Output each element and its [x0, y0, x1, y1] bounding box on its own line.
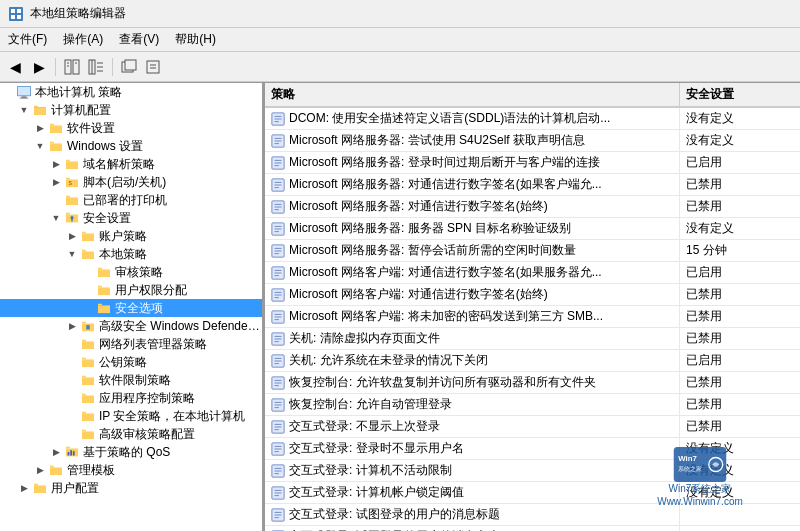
policy-cell: 交互式登录: 试图登录的用户的消息文本	[265, 526, 680, 531]
menu-view[interactable]: 查看(V)	[111, 29, 167, 50]
policy-label: 关机: 允许系统在未登录的情况下关闭	[289, 352, 488, 369]
tree-node-security-settings[interactable]: ▼ 安全设置	[0, 209, 262, 227]
tree-node-app-control[interactable]: ▶ 应用程序控制策略	[0, 389, 262, 407]
tree-label-windows-settings: Windows 设置	[67, 138, 143, 155]
policy-label: Microsoft 网络服务器: 登录时间过期后断开与客户端的连接	[289, 154, 600, 171]
table-row[interactable]: 交互式登录: 不显示上次登录已禁用	[265, 416, 800, 438]
new-window-button[interactable]	[118, 56, 140, 78]
table-row[interactable]: Microsoft 网络服务器: 对通信进行数字签名(如果客户端允...已禁用	[265, 174, 800, 196]
folder-icon-network-list	[80, 336, 96, 352]
tree-node-audit-policy[interactable]: ▶ 审核策略	[0, 263, 262, 281]
back-button[interactable]: ◀	[4, 56, 26, 78]
tree-node-printers[interactable]: ▶ 已部署的打印机	[0, 191, 262, 209]
table-row[interactable]: Microsoft 网络服务器: 登录时间过期后断开与客户端的连接已启用	[265, 152, 800, 174]
expander-advanced-firewall[interactable]: ▶	[64, 318, 80, 334]
tree-node-local-policy[interactable]: ▼ 本地策略	[0, 245, 262, 263]
policy-cell: 交互式登录: 计算机不活动限制	[265, 460, 680, 481]
tree-label-software-settings: 软件设置	[67, 120, 115, 137]
table-row[interactable]: Microsoft 网络客户端: 将未加密的密码发送到第三方 SMB...已禁用	[265, 306, 800, 328]
table-row[interactable]: 关机: 允许系统在未登录的情况下关闭已启用	[265, 350, 800, 372]
expander-user-config[interactable]: ▶	[16, 480, 32, 496]
table-row[interactable]: 交互式登录: 试图登录的用户的消息标题	[265, 504, 800, 526]
forward-button[interactable]: ▶	[28, 56, 50, 78]
folder-icon-user-rights	[96, 282, 112, 298]
properties-button[interactable]	[142, 56, 164, 78]
tree-node-admin-templates[interactable]: ▶ 管理模板	[0, 461, 262, 479]
policy-icon	[271, 134, 285, 148]
policy-label: Microsoft 网络服务器: 服务器 SPN 目标名称验证级别	[289, 220, 571, 237]
menu-help[interactable]: 帮助(H)	[167, 29, 224, 50]
policy-icon	[271, 112, 285, 126]
tree-node-computer-config[interactable]: ▼ 计算机配置	[0, 101, 262, 119]
table-row[interactable]: Microsoft 网络服务器: 暂停会话前所需的空闲时间数量15 分钟	[265, 240, 800, 262]
tree-label-scripts: 脚本(启动/关机)	[83, 174, 166, 191]
setting-cell: 已禁用	[680, 196, 800, 217]
policy-cell: 关机: 清除虚拟内存页面文件	[265, 328, 680, 349]
policy-icon	[271, 244, 285, 258]
menu-action[interactable]: 操作(A)	[55, 29, 111, 50]
tree-node-ip-security[interactable]: ▶ IP 安全策略，在本地计算机	[0, 407, 262, 425]
tree-label-account-policy: 账户策略	[99, 228, 147, 245]
toolbar-sep-2	[112, 58, 113, 76]
expander-windows-settings[interactable]: ▼	[32, 138, 48, 154]
tree-label-app-control: 应用程序控制策略	[99, 390, 195, 407]
tree-node-software-restriction[interactable]: ▶ 软件限制策略	[0, 371, 262, 389]
setting-cell: 已禁用	[680, 306, 800, 327]
table-row[interactable]: Microsoft 网络服务器: 服务器 SPN 目标名称验证级别没有定义	[265, 218, 800, 240]
setting-cell: 已禁用	[680, 328, 800, 349]
table-row[interactable]: Microsoft 网络客户端: 对通信进行数字签名(始终)已禁用	[265, 284, 800, 306]
expander-admin-templates[interactable]: ▶	[32, 462, 48, 478]
col-header-policy[interactable]: 策略	[265, 83, 680, 106]
tree-node-qos[interactable]: ▶ 基于策略的 QoS	[0, 443, 262, 461]
tree-label-advanced-firewall: 高级安全 Windows Defender 防...	[99, 318, 262, 335]
expander-qos[interactable]: ▶	[48, 444, 64, 460]
expander-computer-config[interactable]: ▼	[16, 102, 32, 118]
tree-node-windows-settings[interactable]: ▼ Windows 设置	[0, 137, 262, 155]
policy-icon	[271, 200, 285, 214]
tree-node-software-settings[interactable]: ▶ 软件设置	[0, 119, 262, 137]
table-row[interactable]: 恢复控制台: 允许自动管理登录已禁用	[265, 394, 800, 416]
expander-account-policy[interactable]: ▶	[64, 228, 80, 244]
tree-node-scripts[interactable]: ▶ S 脚本(启动/关机)	[0, 173, 262, 191]
table-row[interactable]: 关机: 清除虚拟内存页面文件已禁用	[265, 328, 800, 350]
expander-local-policy[interactable]: ▼	[64, 246, 80, 262]
folder-icon-security-options	[96, 300, 112, 316]
table-row[interactable]: 交互式登录: 试图登录的用户的消息文本	[265, 526, 800, 531]
folder-icon-software-restriction	[80, 372, 96, 388]
setting-cell: 已禁用	[680, 284, 800, 305]
table-row[interactable]: 交互式登录: 计算机不活动限制没有定义	[265, 460, 800, 482]
tree-node-network-list[interactable]: ▶ 网络列表管理器策略	[0, 335, 262, 353]
expander-scripts[interactable]: ▶	[48, 174, 64, 190]
setting-cell: 已启用	[680, 262, 800, 283]
show-tree-button[interactable]	[61, 56, 83, 78]
table-row[interactable]: Microsoft 网络服务器: 尝试使用 S4U2Self 获取声明信息没有定…	[265, 130, 800, 152]
tree-node-security-options[interactable]: ▶ 安全选项	[0, 299, 262, 317]
tree-label-user-config: 用户配置	[51, 480, 99, 497]
expand-button[interactable]	[85, 56, 107, 78]
col-header-setting[interactable]: 安全设置	[680, 83, 800, 106]
tree-node-public-key[interactable]: ▶ 公钥策略	[0, 353, 262, 371]
table-row[interactable]: 交互式登录: 计算机帐户锁定阈值没有定义	[265, 482, 800, 504]
table-row[interactable]: Microsoft 网络客户端: 对通信进行数字签名(如果服务器允...已启用	[265, 262, 800, 284]
table-row[interactable]: 恢复控制台: 允许软盘复制并访问所有驱动器和所有文件夹已禁用	[265, 372, 800, 394]
expander-software-settings[interactable]: ▶	[32, 120, 48, 136]
expander-name-resolution[interactable]: ▶	[48, 156, 64, 172]
tree-node-user-rights[interactable]: ▶ 用户权限分配	[0, 281, 262, 299]
expander-security-settings[interactable]: ▼	[48, 210, 64, 226]
table-row[interactable]: DCOM: 使用安全描述符定义语言(SDDL)语法的计算机启动...没有定义	[265, 108, 800, 130]
table-row[interactable]: 交互式登录: 登录时不显示用户名没有定义	[265, 438, 800, 460]
table-row[interactable]: Microsoft 网络服务器: 对通信进行数字签名(始终)已禁用	[265, 196, 800, 218]
tree-node-user-config[interactable]: ▶ 用户配置	[0, 479, 262, 497]
policy-label: Microsoft 网络服务器: 暂停会话前所需的空闲时间数量	[289, 242, 576, 259]
folder-icon-ip-security	[80, 408, 96, 424]
tree-label-admin-templates: 管理模板	[67, 462, 115, 479]
policy-label: 恢复控制台: 允许软盘复制并访问所有驱动器和所有文件夹	[289, 374, 596, 391]
folder-icon-admin-templates	[48, 462, 64, 478]
menu-file[interactable]: 文件(F)	[0, 29, 55, 50]
tree-node-advanced-firewall[interactable]: ▶ 高级安全 Windows Defender 防...	[0, 317, 262, 335]
tree-node-account-policy[interactable]: ▶ 账户策略	[0, 227, 262, 245]
svg-rect-26	[68, 452, 70, 456]
tree-node-audit-config[interactable]: ▶ 高级审核策略配置	[0, 425, 262, 443]
policy-icon	[271, 508, 285, 522]
tree-node-name-resolution[interactable]: ▶ 域名解析策略	[0, 155, 262, 173]
